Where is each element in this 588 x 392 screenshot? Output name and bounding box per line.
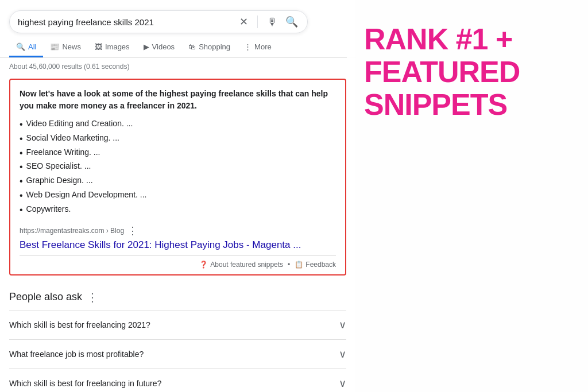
nav-tabs: 🔍 All 📰 News 🖼 Images ▶ Videos 🛍 Shoppin… (0, 33, 355, 58)
rank-title-line1: RANK #1 + (364, 23, 512, 56)
tab-more-label: More (254, 42, 272, 51)
footer-separator: • (288, 261, 290, 269)
feedback-button[interactable]: 📋 Feedback (295, 261, 336, 269)
tab-images-label: Images (105, 42, 130, 51)
paa-question-1: Which skill is best for freelancing 2021… (9, 320, 150, 329)
search-input[interactable] (18, 17, 238, 27)
about-featured-snippets[interactable]: ❓ About featured snippets (199, 261, 283, 269)
tab-shopping-icon: 🛍 (188, 42, 196, 51)
tab-all[interactable]: 🔍 All (9, 38, 43, 57)
right-overlay: RANK #1 + FEATURED SNIPPETS (347, 0, 588, 392)
tab-more[interactable]: ⋮ More (237, 38, 278, 57)
tab-all-icon: 🔍 (16, 42, 25, 51)
info-icon: ❓ (199, 261, 208, 269)
list-item: SEO Specialist. ... (20, 160, 336, 174)
snippet-options-icon[interactable]: ⋮ (127, 224, 138, 237)
chevron-down-icon-3: ∨ (339, 377, 346, 390)
paa-item-3[interactable]: Which skill is best for freelancing in f… (9, 368, 346, 392)
featured-snippet: Now let's have a look at some of the hig… (9, 79, 346, 275)
list-item: Video Editing and Creation. ... (20, 118, 336, 132)
voice-icon[interactable]: 🎙 (266, 16, 278, 28)
snippet-source: https://magentastreaks.com › Blog ⋮ (20, 224, 336, 237)
rank-title-line2: FEATURED SNIPPETS (364, 56, 571, 121)
snippet-list: Video Editing and Creation. ... Social V… (20, 118, 336, 218)
search-bar: ✕ 🎙 🔍 (9, 10, 308, 33)
paa-item-1[interactable]: Which skill is best for freelancing 2021… (9, 310, 346, 339)
results-info: About 45,60,000 results (0.61 seconds) (0, 58, 355, 74)
people-also-ask: People also ask ⋮ Which skill is best fo… (0, 282, 355, 392)
paa-question-2: What freelance job is most profitable? (9, 350, 144, 359)
tab-all-label: All (28, 42, 36, 51)
list-item: Social Video Marketing. ... (20, 132, 336, 146)
tab-images[interactable]: 🖼 Images (88, 38, 137, 57)
paa-header: People also ask ⋮ (9, 290, 346, 304)
snippet-source-url: https://magentastreaks.com › Blog (20, 227, 124, 235)
tab-shopping-label: Shopping (199, 42, 230, 51)
paa-options-icon[interactable]: ⋮ (87, 290, 98, 304)
tab-videos-label: Videos (152, 42, 175, 51)
clear-icon[interactable]: ✕ (238, 15, 249, 28)
list-item: Copywriters. (20, 203, 336, 218)
search-bar-area: ✕ 🎙 🔍 (0, 0, 355, 33)
tab-videos-icon: ▶ (144, 42, 149, 51)
tab-news-icon: 📰 (50, 42, 59, 51)
list-item: Graphic Design. ... (20, 174, 336, 189)
snippet-intro: Now let's have a look at some of the hig… (20, 88, 336, 112)
tab-images-icon: 🖼 (95, 42, 102, 51)
search-submit-icon[interactable]: 🔍 (284, 15, 299, 28)
list-item: Web Design And Development. ... (20, 189, 336, 203)
feedback-icon: 📋 (295, 261, 303, 269)
list-item: Freelance Writing. ... (20, 146, 336, 161)
tab-news-label: News (62, 42, 81, 51)
tab-shopping[interactable]: 🛍 Shopping (181, 38, 237, 57)
tab-videos[interactable]: ▶ Videos (137, 38, 182, 57)
search-divider (257, 15, 258, 28)
snippet-result-link[interactable]: Best Freelance Skills for 2021: Highest … (20, 239, 336, 251)
snippet-footer: ❓ About featured snippets • 📋 Feedback (20, 255, 336, 269)
paa-question-3: Which skill is best for freelancing in f… (9, 379, 161, 388)
snippet-intro-text: Now let's have a look at some of the hig… (20, 89, 328, 110)
tab-more-icon: ⋮ (244, 42, 252, 51)
google-results-panel: ✕ 🎙 🔍 🔍 All 📰 News 🖼 Images (0, 0, 356, 392)
chevron-down-icon-1: ∨ (339, 319, 346, 331)
tab-news[interactable]: 📰 News (43, 38, 88, 57)
paa-title: People also ask (9, 291, 82, 303)
search-icons: ✕ 🎙 🔍 (238, 15, 299, 28)
paa-item-2[interactable]: What freelance job is most profitable? ∨ (9, 339, 346, 368)
chevron-down-icon-2: ∨ (339, 348, 346, 360)
